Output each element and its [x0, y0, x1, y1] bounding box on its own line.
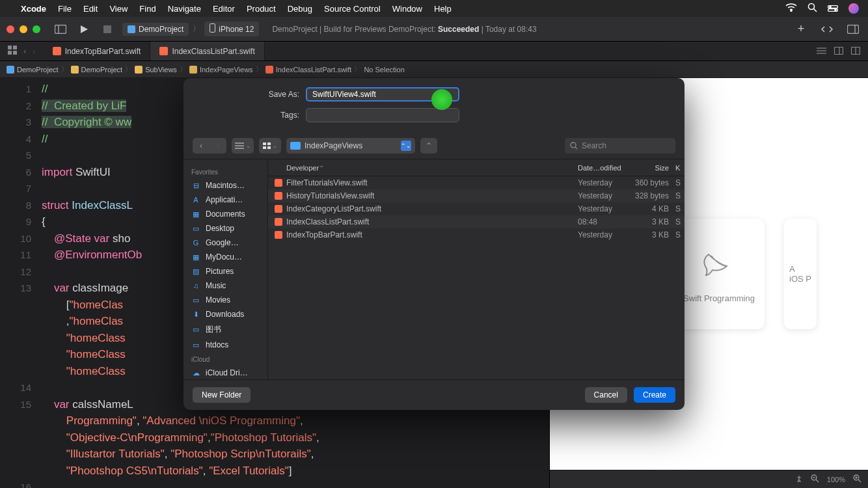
file-list: FilterTutorialsView.swiftYesterday360 by… [268, 176, 685, 379]
close-window-button[interactable] [7, 25, 14, 33]
toggle-inspector-button[interactable] [845, 22, 861, 36]
nav-back-button[interactable]: ‹ [193, 138, 210, 154]
wifi-icon[interactable] [785, 3, 797, 14]
tags-input[interactable] [306, 108, 459, 122]
svg-point-6 [835, 9, 836, 10]
file-row[interactable]: HistoryTutorialsView.swiftYesterday328 b… [268, 189, 685, 202]
pin-icon[interactable] [795, 475, 803, 484]
svg-rect-9 [103, 25, 111, 33]
menu-view[interactable]: View [109, 4, 128, 14]
sidebar-item[interactable]: ▦MyDocu… [183, 250, 267, 264]
create-button[interactable]: Create [634, 387, 675, 403]
svg-rect-13 [8, 46, 12, 49]
add-button[interactable]: + [793, 22, 809, 36]
sidebar-item[interactable]: ▭Desktop [183, 221, 267, 236]
saveas-input[interactable] [306, 87, 459, 102]
cancel-button[interactable]: Cancel [585, 387, 627, 403]
app-menu[interactable]: Xcode [21, 4, 46, 14]
zoom-out-button[interactable] [811, 474, 819, 484]
sidebar-item[interactable]: ▭图书 [183, 321, 267, 338]
file-row[interactable]: FilterTutorialsView.swiftYesterday360 by… [268, 176, 685, 189]
favorites-heading: Favorites [183, 165, 267, 178]
swift-logo-icon [701, 245, 737, 282]
group-button[interactable]: ⌄ [259, 138, 281, 154]
sidebar-item[interactable]: ☁iCloud Dri… [183, 366, 267, 379]
preview-card: AiOS P [784, 219, 817, 329]
path-label: IndexPageViews [305, 141, 362, 150]
folder-icon [189, 66, 197, 74]
file-list-header[interactable]: Developer⌃ Date…odified Size K [268, 159, 685, 176]
spotlight-icon[interactable] [807, 3, 817, 14]
sidebar-item[interactable]: ▦Documents [183, 207, 267, 221]
path-selector[interactable]: IndexPageViews ⌃⌄ [286, 138, 415, 154]
svg-rect-36 [263, 146, 266, 149]
sidebar-item[interactable]: ⬇Downloads [183, 307, 267, 321]
tags-label: Tags: [195, 111, 306, 120]
menu-editor[interactable]: Editor [213, 4, 235, 14]
menu-navigate[interactable]: Navigate [168, 4, 201, 14]
sidebar-item[interactable]: ♫Music [183, 278, 267, 293]
add-editor-icon[interactable] [851, 46, 860, 57]
menu-window[interactable]: Window [392, 4, 422, 14]
nav-forward-button[interactable]: › [210, 138, 226, 154]
sidebar-item[interactable]: ▭Movies [183, 293, 267, 307]
sidebar-item[interactable]: ▭htdocs [183, 338, 267, 352]
svg-line-39 [575, 147, 577, 149]
scheme-device[interactable]: iPhone 12 [204, 21, 259, 36]
project-icon [7, 66, 14, 74]
tab-label: IndexTopBarPart.swift [65, 47, 141, 56]
project-icon [128, 25, 135, 33]
menu-help[interactable]: Help [434, 4, 452, 14]
adjust-editor-icon[interactable] [834, 46, 843, 57]
expand-button[interactable]: ⌃ [420, 138, 437, 154]
zoom-in-button[interactable] [853, 474, 861, 484]
nav-forward-button[interactable]: › [30, 46, 38, 56]
search-placeholder: Search [582, 141, 606, 150]
svg-rect-7 [55, 25, 66, 33]
preview-card: Swift Programming [673, 219, 765, 329]
file-row[interactable]: IndexClassListPart.swift08:483 KBS [268, 215, 685, 228]
stop-button[interactable] [99, 22, 116, 36]
editor-tab-bar: ‹ › IndexTopBarPart.swift IndexClassList… [0, 42, 868, 61]
code-review-button[interactable] [819, 22, 835, 36]
menu-source-control[interactable]: Source Control [324, 4, 381, 14]
phone-icon [210, 23, 215, 34]
toggle-navigator-button[interactable] [52, 22, 69, 36]
tab-index-class-list[interactable]: IndexClassListPart.swift [150, 42, 264, 61]
svg-point-5 [830, 6, 831, 7]
swift-file-icon [53, 47, 61, 55]
svg-line-28 [858, 480, 861, 482]
file-row[interactable]: IndexTopBarPart.swiftYesterday3 KBS [268, 228, 685, 241]
menu-find[interactable]: Find [139, 4, 156, 14]
related-items-button[interactable] [5, 46, 20, 57]
jump-bar[interactable]: DemoProject〉 DemoProject〉 SubViews〉 Inde… [0, 61, 868, 78]
file-row[interactable]: IndexCategoryListPart.swiftYesterday4 KB… [268, 202, 685, 215]
zoom-level: 100% [827, 476, 845, 483]
svg-point-1 [809, 4, 815, 10]
sidebar-item[interactable]: ⊟Macintos… [183, 178, 267, 193]
new-folder-button[interactable]: New Folder [193, 387, 251, 403]
editor-options-icon[interactable] [817, 46, 826, 57]
svg-line-25 [816, 480, 819, 482]
run-button[interactable] [75, 22, 92, 36]
scheme-project[interactable]: DemoProject [122, 23, 189, 36]
menu-file[interactable]: File [58, 4, 72, 14]
menu-debug[interactable]: Debug [288, 4, 312, 14]
zoom-window-button[interactable] [33, 25, 40, 33]
view-mode-button[interactable]: ⌄ [232, 138, 254, 154]
sidebar-item[interactable]: AApplicati… [183, 193, 267, 207]
minimize-window-button[interactable] [20, 25, 27, 33]
saveas-label: Save As: [195, 90, 306, 99]
svg-rect-10 [210, 24, 215, 33]
svg-point-38 [571, 142, 576, 148]
search-input[interactable]: Search [565, 138, 675, 154]
sidebar-item[interactable]: GGoogle… [183, 236, 267, 250]
nav-back-button[interactable]: ‹ [21, 46, 29, 56]
user-icon[interactable] [848, 3, 859, 14]
control-center-icon[interactable] [828, 3, 838, 14]
menu-product[interactable]: Product [247, 4, 276, 14]
tab-index-top-bar[interactable]: IndexTopBarPart.swift [44, 42, 151, 61]
sidebar-item[interactable]: ▨Pictures [183, 264, 267, 278]
xcode-toolbar: DemoProject 〉 iPhone 12 DemoProject | Bu… [0, 17, 868, 42]
menu-edit[interactable]: Edit [83, 4, 98, 14]
